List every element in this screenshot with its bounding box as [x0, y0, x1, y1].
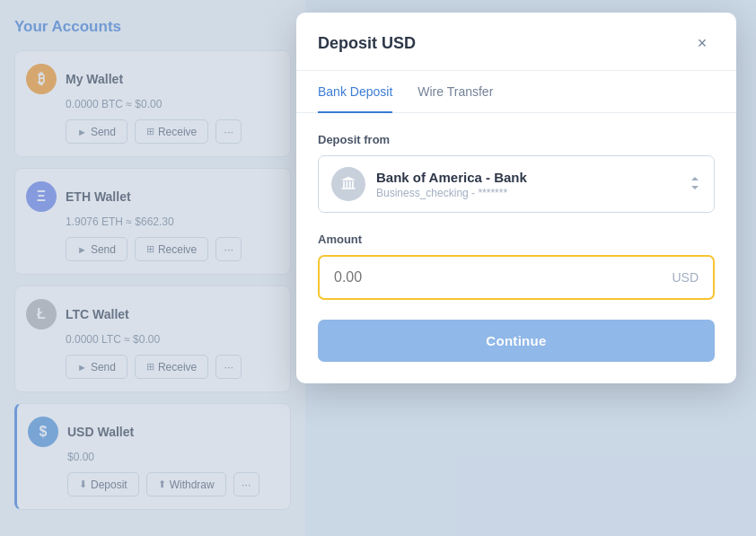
amount-input[interactable] [320, 257, 713, 298]
modal-header: Deposit USD × [296, 13, 736, 71]
modal-body: Deposit from Bank of America - Bank Busi… [296, 113, 736, 383]
modal-tabs: Bank Deposit Wire Transfer [296, 71, 736, 113]
continue-button[interactable]: Continue [318, 320, 715, 362]
close-button[interactable]: × [690, 31, 715, 56]
bank-selector[interactable]: Bank of America - Bank Business_checking… [318, 155, 715, 213]
bank-name: Bank of America - Bank [376, 170, 527, 185]
bank-sub: Business_checking - ******* [376, 187, 527, 199]
chevron-updown-icon [689, 174, 701, 195]
bank-info: Bank of America - Bank Business_checking… [331, 167, 527, 201]
amount-currency: USD [672, 270, 699, 285]
bank-details: Bank of America - Bank Business_checking… [376, 170, 527, 199]
amount-label: Amount [318, 233, 715, 246]
deposit-modal: Deposit USD × Bank Deposit Wire Transfer… [296, 13, 736, 383]
deposit-from-label: Deposit from [318, 133, 715, 146]
tab-bank-deposit[interactable]: Bank Deposit [318, 72, 392, 113]
bank-icon [331, 167, 365, 201]
tab-wire-transfer[interactable]: Wire Transfer [418, 72, 493, 113]
modal-title: Deposit USD [318, 34, 416, 53]
amount-field-wrap: USD [318, 255, 715, 300]
